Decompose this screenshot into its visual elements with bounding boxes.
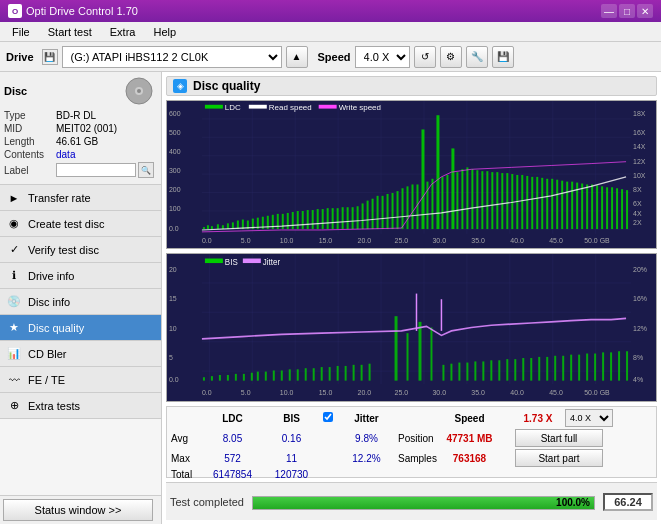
window-title: Opti Drive Control 1.70 [26, 5, 138, 17]
start-part-button[interactable]: Start part [515, 449, 603, 467]
drive-toolbar: Drive 💾 (G:) ATAPI iHBS112 2 CL0K ▲ Spee… [0, 42, 661, 72]
chart2-container: BIS Jitter 20 15 10 5 0.0 20% 16% 12% 8%… [166, 253, 657, 402]
nav-fe-te[interactable]: 〰 FE / TE [0, 367, 161, 393]
svg-text:10X: 10X [633, 172, 646, 179]
svg-rect-192 [530, 358, 532, 381]
svg-text:16%: 16% [633, 294, 647, 304]
bottom-panel: Test completed 100.0% 66.24 [166, 482, 657, 520]
progress-area: 100.0% [252, 494, 595, 510]
start-full-button[interactable]: Start full [515, 429, 603, 447]
disc-type-row: Type BD-R DL [4, 110, 157, 121]
menu-extra[interactable]: Extra [102, 24, 144, 40]
save-button[interactable]: 💾 [492, 46, 514, 68]
nav-drive-info[interactable]: ℹ Drive info [0, 263, 161, 289]
svg-rect-157 [219, 375, 221, 381]
maximize-button[interactable]: □ [619, 4, 635, 18]
svg-rect-92 [461, 169, 463, 229]
length-value: 46.61 GB [56, 136, 98, 147]
nav-disc-info[interactable]: 💿 Disc info [0, 289, 161, 315]
svg-rect-79 [397, 191, 399, 229]
svg-rect-198 [578, 355, 580, 381]
jitter-checkbox[interactable] [323, 412, 333, 422]
mid-label: MID [4, 123, 56, 134]
extra-tests-icon: ⊕ [6, 398, 22, 414]
svg-rect-184 [466, 363, 468, 381]
nav-verify-test[interactable]: ✓ Verify test disc [0, 237, 161, 263]
checkbox-jitter[interactable] [323, 412, 335, 424]
drive-label: Drive [6, 51, 34, 63]
speed-reading: 1.73 X [524, 413, 553, 424]
svg-rect-119 [596, 185, 598, 229]
nav-create-test[interactable]: ◉ Create test disc [0, 211, 161, 237]
label-search-button[interactable]: 🔍 [138, 162, 154, 178]
svg-text:8X: 8X [633, 186, 642, 193]
svg-rect-200 [594, 354, 596, 381]
speed-select-stats[interactable]: 4.0 X [565, 409, 613, 427]
svg-rect-155 [203, 377, 205, 380]
nav-disc-quality[interactable]: ★ Disc quality [0, 315, 161, 341]
nav-transfer-rate[interactable]: ► Transfer rate [0, 185, 161, 211]
length-label: Length [4, 136, 56, 147]
svg-rect-172 [337, 366, 339, 381]
svg-rect-166 [289, 369, 291, 380]
bis-avg: 0.16 [264, 433, 319, 444]
svg-rect-204 [626, 351, 628, 380]
svg-text:200: 200 [169, 186, 181, 193]
title-bar: O Opti Drive Control 1.70 — □ ✕ [0, 0, 661, 22]
svg-text:Jitter: Jitter [263, 257, 280, 268]
svg-rect-57 [287, 213, 289, 229]
svg-rect-158 [227, 375, 229, 381]
close-button[interactable]: ✕ [637, 4, 653, 18]
eject-button[interactable]: ▲ [286, 46, 308, 68]
content-header-icon: ◈ [173, 79, 187, 93]
label-input[interactable] [56, 163, 136, 177]
bis-max: 11 [264, 453, 319, 464]
svg-rect-93 [466, 167, 468, 229]
svg-rect-83 [416, 184, 418, 229]
menu-help[interactable]: Help [145, 24, 184, 40]
menu-start-test[interactable]: Start test [40, 24, 100, 40]
menu-file[interactable]: File [4, 24, 38, 40]
svg-rect-123 [616, 188, 618, 229]
svg-rect-69 [347, 207, 349, 229]
settings-button1[interactable]: ⚙ [440, 46, 462, 68]
minimize-button[interactable]: — [601, 4, 617, 18]
refresh-button[interactable]: ↺ [414, 46, 436, 68]
svg-text:20.0: 20.0 [358, 237, 372, 244]
ldc-total: 6147854 [205, 469, 260, 480]
drive-select[interactable]: (G:) ATAPI iHBS112 2 CL0K [62, 46, 282, 68]
svg-text:15.0: 15.0 [319, 237, 333, 244]
svg-text:5.0: 5.0 [241, 237, 251, 244]
svg-rect-95 [476, 170, 478, 229]
svg-rect-40 [203, 227, 205, 229]
speed-select-area[interactable]: 4.0 X [565, 409, 615, 427]
svg-rect-189 [506, 359, 508, 380]
svg-rect-90 [451, 148, 454, 229]
svg-rect-197 [570, 355, 572, 381]
svg-rect-58 [292, 212, 294, 229]
create-test-icon: ◉ [6, 216, 22, 232]
svg-rect-42 [211, 226, 213, 229]
svg-rect-118 [591, 184, 593, 229]
settings-button2[interactable]: 🔧 [466, 46, 488, 68]
svg-text:12%: 12% [633, 323, 647, 333]
progress-text: 100.0% [556, 497, 590, 509]
speed-select[interactable]: 4.0 X [355, 46, 410, 68]
svg-rect-91 [456, 172, 458, 229]
contents-label: Contents [4, 149, 56, 160]
nav-extra-tests[interactable]: ⊕ Extra tests [0, 393, 161, 419]
svg-rect-111 [556, 180, 558, 229]
svg-rect-7 [205, 105, 223, 109]
svg-rect-167 [297, 369, 299, 380]
svg-text:50.0 GB: 50.0 GB [584, 237, 610, 244]
svg-rect-68 [342, 207, 344, 229]
disc-panel-header: Disc [4, 76, 157, 106]
svg-rect-161 [251, 373, 253, 381]
svg-text:400: 400 [169, 148, 181, 155]
status-window-button[interactable]: Status window >> [3, 499, 153, 521]
svg-rect-71 [357, 206, 359, 229]
svg-rect-187 [490, 360, 492, 380]
cd-bler-icon: 📊 [6, 346, 22, 362]
nav-cd-bler[interactable]: 📊 CD Bler [0, 341, 161, 367]
svg-rect-199 [586, 354, 588, 381]
